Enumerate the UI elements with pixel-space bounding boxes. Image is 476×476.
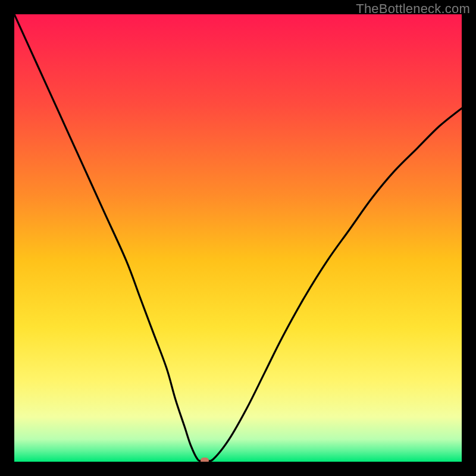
bottleneck-curve-path [14, 14, 462, 461]
plot-frame [14, 14, 462, 462]
chart-svg [14, 14, 462, 462]
optimum-marker [201, 458, 209, 462]
plot-area [14, 14, 462, 462]
gradient-background [14, 14, 462, 462]
watermark-label: TheBottleneck.com [356, 1, 470, 17]
page-root: TheBottleneck.com [0, 0, 476, 476]
